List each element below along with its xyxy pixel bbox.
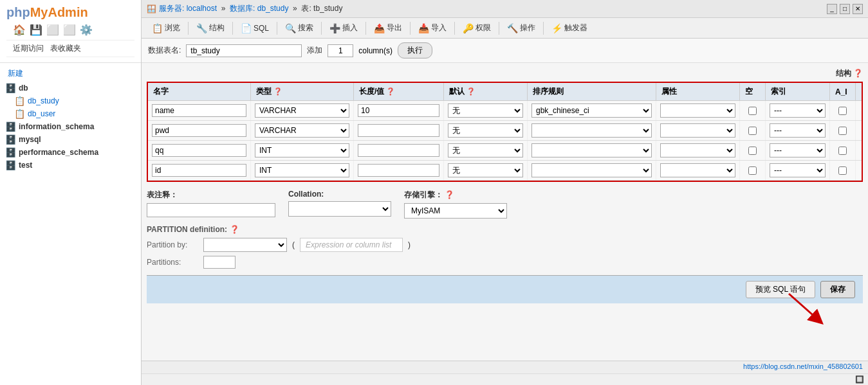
field-length-input[interactable] xyxy=(358,124,439,137)
maximize-btn[interactable]: □ xyxy=(840,4,850,14)
minimize-btn[interactable]: _ xyxy=(827,4,837,14)
execute-btn[interactable]: 执行 xyxy=(398,42,432,58)
sidebar-item-label: test xyxy=(19,161,32,170)
col-name-label: 名字 xyxy=(153,86,169,97)
blank-icon2[interactable]: ⬜ xyxy=(63,24,76,36)
field-attribute-select[interactable]: UNSIGNED xyxy=(660,103,735,118)
field-length-input[interactable] xyxy=(358,104,439,117)
field-collation-select[interactable]: gbk_chinese_ci xyxy=(531,163,652,177)
sidebar-item-label: mysql xyxy=(19,135,41,144)
sidebar-item-db-study[interactable]: 📋 db_study xyxy=(0,94,141,107)
sidebar-item-mysql[interactable]: 🗄️ mysql xyxy=(0,133,141,146)
field-collation-select[interactable]: gbk_chinese_ciutf8_general_ci xyxy=(531,103,652,118)
home-icon[interactable]: 🏠 xyxy=(13,24,26,36)
sidebar-item-db-user[interactable]: 📋 db_user xyxy=(0,107,141,120)
browse-btn[interactable]: 📋 浏览 xyxy=(147,21,185,35)
gear-icon[interactable]: ⚙️ xyxy=(80,24,93,36)
field-null-checkbox[interactable] xyxy=(748,107,757,115)
blank-icon1[interactable]: ⬜ xyxy=(46,24,59,36)
bookmarks-link[interactable]: 表收藏夹 xyxy=(50,43,81,54)
field-type-select[interactable]: VARCHARINTTEXT xyxy=(255,103,349,118)
collation-select[interactable]: utf8_general_ci gbk_chinese_ci xyxy=(288,201,391,217)
expr-close-paren: ) xyxy=(408,240,411,249)
sql-icon: 📄 xyxy=(241,23,252,33)
cell-name xyxy=(148,141,251,160)
save-icon[interactable]: 💾 xyxy=(30,24,42,36)
partitions-input[interactable] xyxy=(203,256,235,269)
tablename-input[interactable] xyxy=(186,44,302,57)
type-help-icon[interactable]: ❓ xyxy=(273,87,282,96)
columns-num-input[interactable] xyxy=(328,44,353,57)
field-index-select[interactable]: ---PRIMARYUNIQUE xyxy=(770,103,826,118)
field-ai-checkbox[interactable] xyxy=(838,127,847,135)
insert-btn[interactable]: ➕ 插入 xyxy=(324,21,363,35)
expr-placeholder[interactable]: Expression or column list xyxy=(300,238,403,252)
col-ai-label: A_I xyxy=(835,87,847,96)
storage-help-icon[interactable]: ❓ xyxy=(445,190,454,199)
field-name-input[interactable] xyxy=(152,124,246,137)
col-index-label: 索引 xyxy=(771,86,786,97)
field-null-checkbox[interactable] xyxy=(748,127,757,135)
small-icon-bar: 🔲 xyxy=(142,373,868,385)
logo-admin: Admin xyxy=(48,5,88,19)
sidebar-item-performance-schema[interactable]: 🗄️ performance_schema xyxy=(0,146,141,159)
field-index-select[interactable]: ---PRIMARY xyxy=(770,123,826,138)
field-null-checkbox[interactable] xyxy=(748,147,757,155)
field-index-select[interactable]: ---PRIMARY xyxy=(770,143,826,157)
field-type-select[interactable]: INTVARCHAR xyxy=(255,143,349,157)
field-default-select[interactable]: 无NULL xyxy=(448,103,523,118)
field-collation-select[interactable]: gbk_chinese_ci xyxy=(531,123,652,138)
close-btn[interactable]: ✕ xyxy=(853,4,863,14)
sidebar-item-information-schema[interactable]: 🗄️ information_schema xyxy=(0,120,141,133)
field-name-input[interactable] xyxy=(152,104,246,117)
sql-btn[interactable]: 📄 SQL xyxy=(235,21,274,35)
field-name-input[interactable] xyxy=(152,144,246,157)
field-ai-checkbox[interactable] xyxy=(838,107,847,115)
operations-btn[interactable]: 🔨 操作 xyxy=(502,21,540,35)
sidebar-links: 近期访问 表收藏夹 xyxy=(6,40,134,57)
database-link[interactable]: 数据库: db_study xyxy=(230,4,288,13)
field-index-select[interactable]: ---PRIMARY xyxy=(770,163,826,177)
bottom-bar: 预览 SQL 语句 保存 xyxy=(147,275,863,303)
cell-default: 无NULL xyxy=(444,101,528,120)
section-help-icon[interactable]: ❓ xyxy=(853,69,863,78)
recent-visits-link[interactable]: 近期访问 xyxy=(13,43,44,54)
field-default-select[interactable]: 无NULL xyxy=(448,123,523,138)
storage-engine-select[interactable]: MyISAM InnoDB MEMORY xyxy=(404,203,507,219)
field-attribute-select[interactable]: UNSIGNED xyxy=(660,123,735,138)
field-attribute-select[interactable]: UNSIGNED xyxy=(660,163,735,177)
field-length-input[interactable] xyxy=(358,164,439,177)
structure-btn[interactable]: 🔧 结构 xyxy=(191,21,230,35)
field-default-select[interactable]: 无NULL xyxy=(448,143,523,157)
new-link[interactable]: 新建 xyxy=(8,69,23,78)
partition-by-select[interactable]: HASH KEY LIST RANGE xyxy=(203,238,287,252)
col-index: 索引 xyxy=(766,83,830,100)
field-ai-checkbox[interactable] xyxy=(838,147,847,155)
field-ai-checkbox[interactable] xyxy=(838,166,847,175)
partition-help-icon[interactable]: ❓ xyxy=(230,225,239,234)
default-help-icon[interactable]: ❓ xyxy=(466,87,476,96)
permissions-btn[interactable]: 🔑 权限 xyxy=(457,21,496,35)
table-comment-input[interactable] xyxy=(147,203,275,217)
field-type-select[interactable]: INTVARCHAR xyxy=(255,163,349,177)
field-attribute-select[interactable]: UNSIGNED xyxy=(660,143,735,157)
export-btn[interactable]: 📤 导出 xyxy=(369,21,407,35)
server-link[interactable]: 服务器: localhost xyxy=(159,4,217,13)
field-default-select[interactable]: 无NULL xyxy=(448,163,523,177)
cell-default: 无NULL xyxy=(444,121,528,140)
sidebar-item-test[interactable]: 🗄️ test xyxy=(0,159,141,172)
length-help-icon[interactable]: ❓ xyxy=(386,87,395,96)
field-null-checkbox[interactable] xyxy=(748,166,757,175)
triggers-btn[interactable]: ⚡ 触发器 xyxy=(546,21,593,35)
field-collation-select[interactable]: gbk_chinese_ci xyxy=(531,143,652,157)
search-btn[interactable]: 🔍 搜索 xyxy=(280,21,319,35)
col-attribute: 属性 xyxy=(656,83,740,100)
field-type-select[interactable]: VARCHARINT xyxy=(255,123,349,138)
cell-null xyxy=(740,101,766,120)
table-comment-label: 表注释： xyxy=(147,190,275,201)
meta-row: 表注释： Collation: utf8_general_ci gbk_chin… xyxy=(147,190,863,219)
sidebar-item-db[interactable]: 🗄️ db xyxy=(0,82,141,94)
field-name-input[interactable] xyxy=(152,164,246,177)
import-btn[interactable]: 📥 导入 xyxy=(413,21,452,35)
field-length-input[interactable] xyxy=(358,144,439,157)
